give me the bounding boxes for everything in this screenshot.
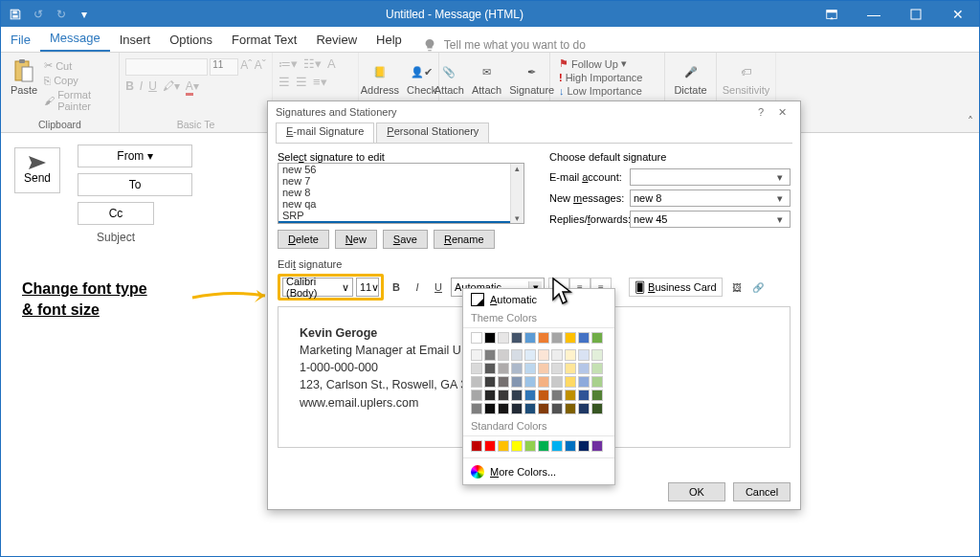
color-swatch[interactable] [498,440,509,452]
color-swatch[interactable] [578,332,590,344]
font-name-combo[interactable] [125,58,208,76]
color-swatch[interactable] [471,376,482,388]
color-swatch[interactable] [471,390,482,401]
font-color-button[interactable]: A▾ [186,79,199,93]
indent-button[interactable]: ☰ [278,75,290,89]
color-swatch[interactable] [578,403,590,414]
color-swatch[interactable] [578,363,590,374]
new-messages-combo[interactable]: new 8▾ [630,189,791,207]
highlight-button[interactable]: 🖍▾ [163,79,180,93]
business-card-button[interactable]: 🂠 Business Card [629,278,723,297]
color-swatch[interactable] [551,376,563,388]
bold-button[interactable]: B [125,79,134,93]
more-colors-button[interactable]: More Colors... [463,460,614,484]
color-swatch[interactable] [591,440,603,452]
color-swatch[interactable] [511,363,523,374]
color-swatch[interactable] [484,390,496,401]
redo-icon[interactable]: ↻ [53,6,70,23]
color-swatch[interactable] [551,403,563,414]
attach-item-button[interactable]: ✉Attach [468,56,505,98]
cc-button[interactable]: Cc [78,202,154,225]
dialog-close-button[interactable]: ✕ [771,101,792,123]
color-swatch[interactable] [565,363,576,374]
color-swatch[interactable] [565,349,576,361]
font-name-combo[interactable]: Calibri (Body)∨ [282,278,353,297]
color-swatch[interactable] [565,376,576,388]
signature-list-item[interactable]: new 56 [278,164,523,175]
color-swatch[interactable] [578,349,590,361]
qat-customize-icon[interactable]: ▾ [76,6,93,23]
color-swatch[interactable] [511,403,523,414]
new-button[interactable]: New [335,230,377,249]
color-swatch[interactable] [551,390,563,401]
paste-button[interactable]: Paste [7,56,41,113]
color-swatch[interactable] [551,332,563,344]
signature-list-item[interactable]: new 8 [278,187,523,198]
color-swatch[interactable] [498,349,509,361]
undo-icon[interactable]: ↺ [30,6,47,23]
close-button[interactable]: ✕ [937,1,979,27]
bullets-button[interactable]: ≔▾ [278,56,298,71]
dictate-button[interactable]: 🎤Dictate [670,56,710,98]
color-swatch[interactable] [511,376,523,388]
color-swatch[interactable] [565,332,576,344]
styles-button[interactable]: A [327,56,336,71]
color-swatch[interactable] [498,390,509,401]
rename-button[interactable]: Rename [434,230,495,249]
signature-listbox[interactable]: new 56new 7new 8new qaSRPyuval ▴▾ [278,163,524,224]
signature-list-item[interactable]: yuval [278,221,523,224]
color-swatch[interactable] [511,349,523,361]
copy-button[interactable]: ⎘Copy [41,74,113,87]
color-swatch[interactable] [578,390,590,401]
italic-button[interactable]: I [409,278,426,297]
color-swatch[interactable] [538,349,549,361]
color-swatch[interactable] [524,363,536,374]
color-swatch[interactable] [578,376,590,388]
tab-message[interactable]: Message [40,26,110,52]
email-account-combo[interactable]: ▾ [630,168,791,186]
underline-button[interactable]: U [148,79,157,93]
color-swatch[interactable] [471,349,482,361]
color-swatch[interactable] [524,376,536,388]
color-swatch[interactable] [591,332,603,344]
color-swatch[interactable] [484,349,496,361]
replies-combo[interactable]: new 45▾ [630,211,791,228]
color-swatch[interactable] [484,440,496,452]
color-swatch[interactable] [538,376,549,388]
color-swatch[interactable] [498,376,509,388]
font-size-combo[interactable]: 11∨ [356,278,379,297]
insert-picture-button[interactable]: 🖼 [726,278,747,297]
color-swatch[interactable] [591,349,603,361]
format-painter-button[interactable]: 🖌Format Painter [41,88,113,113]
color-swatch[interactable] [591,403,603,414]
dialog-help-button[interactable]: ? [750,101,771,123]
color-swatch[interactable] [551,349,563,361]
scrollbar[interactable]: ▴▾ [510,164,523,223]
color-swatch[interactable] [551,440,563,452]
color-swatch[interactable] [511,440,523,452]
color-swatch[interactable] [524,349,536,361]
color-swatch[interactable] [524,403,536,414]
color-swatch[interactable] [538,332,549,344]
tab-review[interactable]: Review [306,28,367,52]
color-swatch[interactable] [565,440,576,452]
ok-button[interactable]: OK [668,482,725,501]
color-swatch[interactable] [591,363,603,374]
sensitivity-button[interactable]: 🏷Sensitivity [719,56,774,98]
color-swatch[interactable] [565,403,576,414]
color-swatch[interactable] [591,376,603,388]
color-swatch[interactable] [524,332,536,344]
tab-email-signature[interactable]: E-mail Signature [276,123,374,143]
color-swatch[interactable] [484,376,496,388]
minimize-button[interactable]: ― [853,1,895,27]
follow-up-button[interactable]: ⚑Follow Up ▾ [556,56,630,71]
save-button[interactable]: Save [383,230,428,249]
attach-file-button[interactable]: 📎Attach [431,56,468,98]
tell-me-search[interactable]: Tell me what you want to do [412,38,586,52]
collapse-ribbon-button[interactable]: ˄ [968,115,973,128]
automatic-color-button[interactable]: Automatic [463,289,614,310]
color-swatch[interactable] [591,390,603,401]
high-importance-button[interactable]: !High Importance [556,71,645,84]
signature-list-item[interactable]: SRP [278,210,523,221]
color-swatch[interactable] [538,363,549,374]
